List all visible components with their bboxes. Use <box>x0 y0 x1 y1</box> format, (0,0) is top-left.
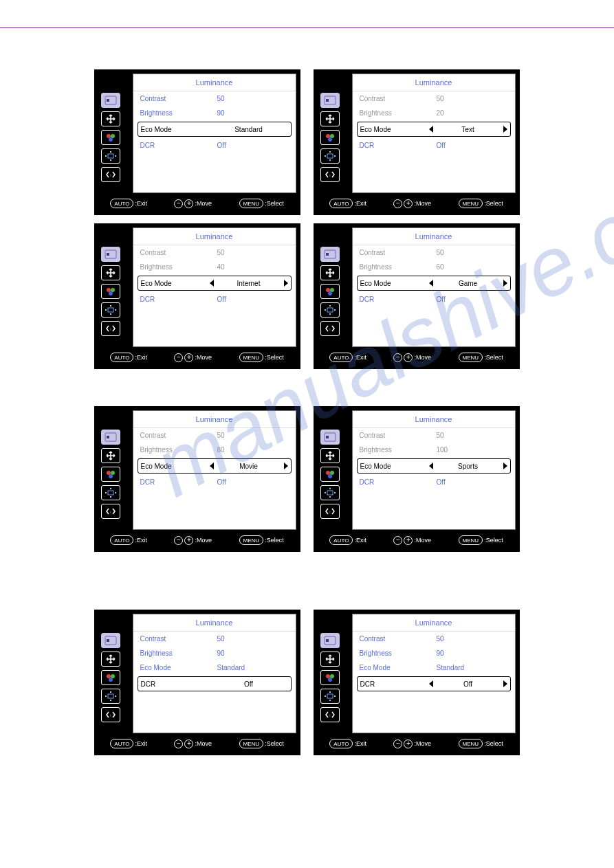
extra-icon[interactable]: i <box>101 167 120 182</box>
menu-button[interactable]: MENU <box>459 535 483 545</box>
auto-button[interactable]: AUTO <box>329 739 353 748</box>
plus-button[interactable]: + <box>184 739 193 748</box>
menu-row[interactable]: Contrast 50 <box>133 91 296 106</box>
picture-boost-icon[interactable] <box>101 302 120 318</box>
plus-button[interactable]: + <box>184 353 193 362</box>
color-temp-icon[interactable] <box>320 467 340 482</box>
auto-button[interactable]: AUTO <box>110 739 133 748</box>
menu-row[interactable]: Contrast 50 <box>133 632 296 646</box>
image-setup-icon[interactable] <box>320 111 340 126</box>
right-arrow-icon[interactable] <box>503 280 507 287</box>
menu-row[interactable]: Brightness 100 <box>353 443 515 457</box>
menu-row-selected[interactable]: Eco Mode Text <box>357 122 511 137</box>
menu-row[interactable]: DCR Off <box>133 475 296 489</box>
extra-icon[interactable]: i <box>320 321 340 336</box>
image-setup-icon[interactable] <box>320 265 340 280</box>
color-temp-icon[interactable] <box>320 130 340 145</box>
auto-button[interactable]: AUTO <box>110 535 133 545</box>
picture-boost-icon[interactable] <box>101 689 120 704</box>
minus-button[interactable]: − <box>174 739 183 748</box>
menu-row-selected[interactable]: Eco Mode Game <box>357 276 511 291</box>
auto-button[interactable]: AUTO <box>110 199 133 208</box>
luminance-icon[interactable] <box>320 247 340 262</box>
extra-icon[interactable]: i <box>320 167 340 182</box>
luminance-icon[interactable] <box>320 93 340 108</box>
luminance-icon[interactable] <box>101 247 120 262</box>
picture-boost-icon[interactable] <box>320 302 340 318</box>
menu-row[interactable]: Brightness 60 <box>353 260 515 274</box>
luminance-icon[interactable] <box>320 430 340 445</box>
extra-icon[interactable]: i <box>320 707 340 722</box>
color-temp-icon[interactable] <box>101 284 120 299</box>
minus-button[interactable]: − <box>393 199 402 208</box>
minus-button[interactable]: − <box>174 199 183 208</box>
menu-button[interactable]: MENU <box>239 199 264 208</box>
color-temp-icon[interactable] <box>320 670 340 685</box>
picture-boost-icon[interactable] <box>320 485 340 500</box>
extra-icon[interactable]: i <box>320 504 340 519</box>
image-setup-icon[interactable] <box>101 111 120 126</box>
menu-row[interactable]: Eco Mode Standard <box>353 660 515 675</box>
luminance-icon[interactable] <box>101 93 120 108</box>
menu-row[interactable]: DCR Off <box>353 138 515 153</box>
menu-row[interactable]: Brightness 90 <box>133 106 296 120</box>
menu-row-selected[interactable]: DCR Off <box>138 676 292 691</box>
luminance-icon[interactable] <box>101 430 120 445</box>
auto-button[interactable]: AUTO <box>329 353 353 362</box>
menu-row-selected[interactable]: Eco Mode Standard <box>138 122 292 137</box>
minus-button[interactable]: − <box>393 739 402 748</box>
extra-icon[interactable]: i <box>101 707 120 722</box>
picture-boost-icon[interactable] <box>101 148 120 164</box>
menu-row[interactable]: Contrast 50 <box>353 245 515 260</box>
image-setup-icon[interactable] <box>101 652 120 667</box>
plus-button[interactable]: + <box>184 536 193 545</box>
minus-button[interactable]: − <box>393 353 402 362</box>
menu-row[interactable]: Eco Mode Standard <box>133 660 296 675</box>
menu-button[interactable]: MENU <box>239 535 264 545</box>
color-temp-icon[interactable] <box>320 284 340 299</box>
menu-row[interactable]: DCR Off <box>353 292 515 307</box>
menu-row-selected[interactable]: Eco Mode Movie <box>138 458 292 474</box>
auto-button[interactable]: AUTO <box>329 535 353 545</box>
menu-button[interactable]: MENU <box>239 353 264 362</box>
auto-button[interactable]: AUTO <box>329 199 353 208</box>
minus-button[interactable]: − <box>393 536 402 545</box>
menu-row[interactable]: Contrast 50 <box>353 428 515 443</box>
plus-button[interactable]: + <box>404 739 413 748</box>
menu-button[interactable]: MENU <box>459 199 483 208</box>
right-arrow-icon[interactable] <box>503 680 507 687</box>
color-temp-icon[interactable] <box>101 130 120 145</box>
extra-icon[interactable]: i <box>101 321 120 336</box>
image-setup-icon[interactable] <box>320 652 340 667</box>
menu-row[interactable]: Contrast 50 <box>353 632 515 646</box>
menu-row-selected[interactable]: DCR Off <box>357 676 511 691</box>
menu-row[interactable]: Contrast 50 <box>133 245 296 260</box>
color-temp-icon[interactable] <box>101 467 120 482</box>
image-setup-icon[interactable] <box>101 448 120 463</box>
plus-button[interactable]: + <box>184 199 193 208</box>
minus-button[interactable]: − <box>174 353 183 362</box>
menu-row[interactable]: DCR Off <box>133 292 296 307</box>
color-temp-icon[interactable] <box>101 670 120 685</box>
menu-row[interactable]: Brightness 80 <box>133 443 296 457</box>
picture-boost-icon[interactable] <box>101 485 120 500</box>
right-arrow-icon[interactable] <box>503 126 507 133</box>
image-setup-icon[interactable] <box>101 265 120 280</box>
luminance-icon[interactable] <box>101 633 120 648</box>
picture-boost-icon[interactable] <box>320 689 340 704</box>
menu-row[interactable]: DCR Off <box>353 475 515 489</box>
menu-row[interactable]: Contrast 50 <box>133 428 296 443</box>
right-arrow-icon[interactable] <box>503 463 507 469</box>
menu-row-selected[interactable]: Eco Mode Sports <box>357 458 511 474</box>
auto-button[interactable]: AUTO <box>110 353 133 362</box>
plus-button[interactable]: + <box>404 536 413 545</box>
extra-icon[interactable]: i <box>101 504 120 519</box>
luminance-icon[interactable] <box>320 633 340 648</box>
menu-row[interactable]: DCR Off <box>133 138 296 153</box>
image-setup-icon[interactable] <box>320 448 340 463</box>
menu-row[interactable]: Brightness 90 <box>353 646 515 660</box>
right-arrow-icon[interactable] <box>284 280 288 287</box>
menu-row[interactable]: Brightness 40 <box>133 260 296 274</box>
plus-button[interactable]: + <box>404 353 413 362</box>
minus-button[interactable]: − <box>174 536 183 545</box>
